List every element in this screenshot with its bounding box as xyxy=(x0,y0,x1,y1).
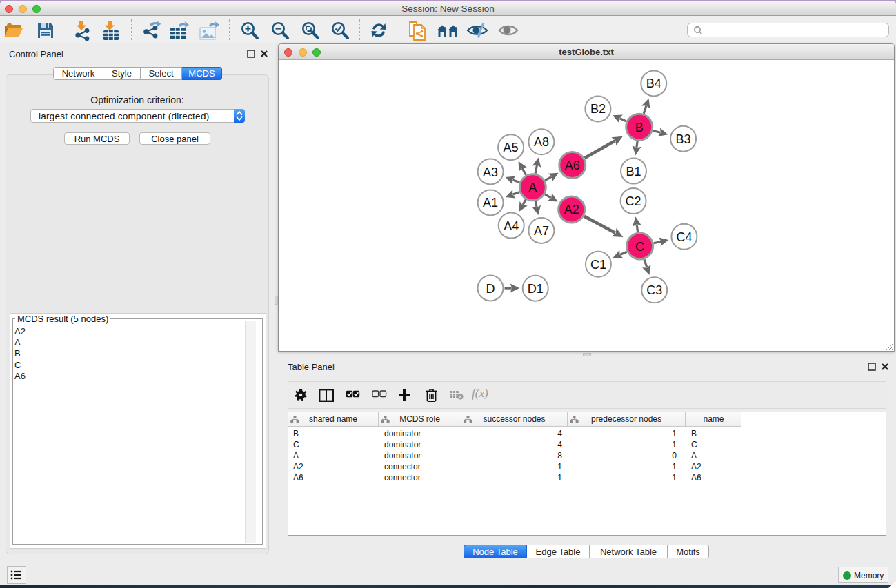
svg-text:B4: B4 xyxy=(646,77,661,90)
svg-text:A3: A3 xyxy=(483,165,498,179)
svg-text:A: A xyxy=(528,181,537,194)
svg-text:C: C xyxy=(635,240,644,254)
svg-text:C3: C3 xyxy=(646,283,662,297)
svg-text:A6: A6 xyxy=(565,159,580,172)
svg-text:A4: A4 xyxy=(504,219,519,233)
svg-text:D: D xyxy=(486,282,495,296)
svg-text:B: B xyxy=(635,121,644,134)
svg-text:C4: C4 xyxy=(676,230,692,244)
svg-text:D1: D1 xyxy=(528,282,544,296)
svg-text:A5: A5 xyxy=(504,141,519,154)
svg-text:B2: B2 xyxy=(590,102,606,116)
svg-text:C1: C1 xyxy=(590,258,606,272)
svg-text:C2: C2 xyxy=(626,194,641,208)
svg-text:A7: A7 xyxy=(534,224,549,238)
svg-text:B1: B1 xyxy=(626,165,641,179)
svg-text:A1: A1 xyxy=(483,196,498,210)
svg-text:A8: A8 xyxy=(534,135,549,149)
svg-text:B3: B3 xyxy=(676,132,691,146)
svg-text:A2: A2 xyxy=(564,203,579,216)
